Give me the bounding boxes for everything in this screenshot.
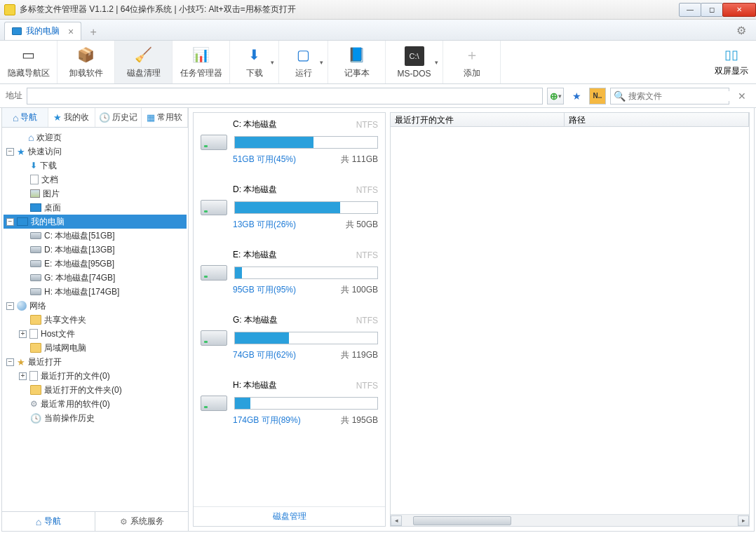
hide-nav-button[interactable]: ▭ 隐藏导航区	[0, 41, 58, 83]
maximize-button[interactable]: ◻	[701, 3, 723, 17]
bookmark-add-button[interactable]: ⊕▾	[547, 88, 564, 104]
dropdown-icon[interactable]: ▾	[320, 59, 323, 66]
tool-label: 隐藏导航区	[8, 67, 50, 79]
task-manager-button[interactable]: 📊 任务管理器	[173, 41, 230, 83]
tab-strip: 我的电脑 × + ⚙	[0, 20, 756, 41]
download-icon: ⬇	[245, 45, 264, 65]
tab-my-computer[interactable]: 我的电脑 ×	[4, 22, 81, 40]
dropdown-icon[interactable]: ▾	[435, 59, 438, 66]
plus-green-icon: ⊕	[550, 90, 558, 102]
split-icon: ▯▯	[724, 47, 738, 62]
download-button[interactable]: ⬇ 下载 ▾	[230, 41, 279, 83]
terminal-icon: C:\	[405, 46, 424, 66]
tool-label: MS-DOS	[398, 69, 431, 79]
clear-button[interactable]: ✕	[734, 90, 750, 102]
tool-label: 卸载软件	[69, 67, 103, 79]
split-view-button[interactable]: ▯▯ 双屏显示	[707, 41, 756, 83]
address-input[interactable]	[27, 88, 543, 104]
run-button[interactable]: ▢ 运行 ▾	[279, 41, 328, 83]
close-button[interactable]: ✕	[722, 3, 756, 17]
app-icon	[4, 4, 15, 15]
search-box[interactable]: 🔍	[610, 88, 729, 104]
msdos-button[interactable]: C:\ MS-DOS ▾	[386, 41, 443, 83]
tool-label: 添加	[464, 67, 480, 79]
tab-add-button[interactable]: +	[84, 25, 102, 40]
package-icon: 📦	[76, 45, 96, 65]
plus-icon: ＋	[462, 45, 482, 65]
tool-label: 记事本	[344, 67, 370, 79]
minimize-button[interactable]: —	[679, 3, 701, 17]
chart-icon: 📊	[191, 45, 211, 65]
window-title: 多标签文件管理器 V1.1.2 | 64位操作系统 | 小技巧: Alt+双击=…	[20, 4, 296, 15]
favorite-star-button[interactable]: ★	[568, 88, 585, 104]
notepad-button[interactable]: 📘 记事本	[328, 41, 386, 83]
star-icon: ★	[572, 90, 581, 102]
tab-close-icon[interactable]: ×	[68, 26, 74, 37]
tool-label: 任务管理器	[180, 67, 222, 79]
address-label: 地址	[6, 90, 22, 102]
tab-label: 我的电脑	[26, 25, 60, 37]
tool-label: 磁盘清理	[127, 67, 161, 79]
panel-icon: ▭	[19, 45, 39, 65]
en-badge[interactable]: N..	[589, 88, 606, 104]
uninstall-button[interactable]: 📦 卸载软件	[58, 41, 115, 83]
tool-label: 运行	[295, 67, 312, 79]
address-row: 地址 ⊕▾ ★ N.. 🔍 ✕	[0, 84, 756, 108]
toolbar: ▭ 隐藏导航区 📦 卸载软件 🧹 磁盘清理 📊 任务管理器 ⬇ 下载 ▾ ▢ 运…	[0, 41, 756, 84]
run-icon: ▢	[294, 45, 313, 65]
brush-icon: 🧹	[134, 45, 154, 65]
search-icon: 🔍	[614, 90, 626, 102]
notepad-icon: 📘	[347, 45, 367, 65]
disk-clean-button[interactable]: 🧹 磁盘清理	[115, 41, 173, 83]
tool-label: 双屏显示	[715, 65, 748, 77]
dropdown-icon[interactable]: ▾	[271, 59, 274, 66]
titlebar: 多标签文件管理器 V1.1.2 | 64位操作系统 | 小技巧: Alt+双击=…	[0, 0, 756, 20]
monitor-icon	[12, 27, 22, 35]
search-input[interactable]	[628, 91, 734, 101]
settings-gear-icon[interactable]: ⚙	[731, 21, 752, 40]
tool-label: 下载	[246, 67, 263, 79]
add-tool-button[interactable]: ＋ 添加	[443, 41, 501, 83]
